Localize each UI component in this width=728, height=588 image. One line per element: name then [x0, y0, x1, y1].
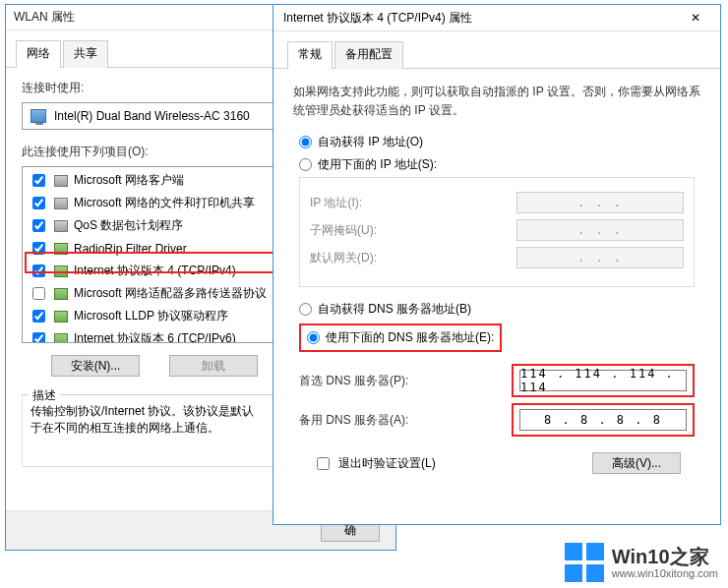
install-button[interactable]: 安装(N)... — [51, 355, 140, 377]
gateway-label: 默认网关(D): — [310, 250, 377, 266]
item-checkbox[interactable] — [32, 242, 45, 255]
advanced-button[interactable]: 高级(V)... — [592, 452, 681, 474]
ip-fields-frame: IP 地址(I):. . . 子网掩码(U):. . . 默认网关(D):. .… — [299, 177, 695, 287]
radio-ip-manual-row[interactable]: 使用下面的 IP 地址(S): — [299, 156, 695, 173]
ip-address-label: IP 地址(I): — [310, 195, 362, 211]
protocol-icon — [54, 288, 68, 300]
gateway-input: . . . — [516, 247, 684, 268]
tab-share[interactable]: 共享 — [63, 40, 108, 68]
ipv4-tabs: 常规 备用配置 — [273, 31, 720, 69]
item-label: Internet 协议版本 6 (TCP/IPv6) — [74, 330, 236, 343]
highlight-dns-manual: 使用下面的 DNS 服务器地址(E): — [299, 323, 502, 352]
dns2-label: 备用 DNS 服务器(A): — [299, 412, 408, 429]
item-checkbox[interactable] — [32, 197, 45, 209]
protocol-icon — [54, 265, 68, 277]
ipv4-titlebar[interactable]: Internet 协议版本 4 (TCP/IPv4) 属性 ✕ — [273, 5, 720, 31]
wlan-title: WLAN 属性 — [14, 9, 75, 26]
item-label: Microsoft LLDP 协议驱动程序 — [74, 308, 228, 324]
close-icon: ✕ — [691, 11, 700, 25]
radio-ip-auto-label: 自动获得 IP 地址(O) — [318, 134, 423, 150]
item-checkbox[interactable] — [32, 310, 45, 323]
radio-dns-auto-row[interactable]: 自动获得 DNS 服务器地址(B) — [299, 301, 695, 318]
protocol-icon — [54, 243, 68, 255]
adapter-name: Intel(R) Dual Band Wireless-AC 3160 — [54, 109, 250, 123]
radio-ip-auto-row[interactable]: 自动获得 IP 地址(O) — [299, 134, 695, 150]
watermark: Win10之家 www.win10xitong.com — [565, 543, 718, 582]
protocol-icon — [54, 175, 68, 187]
item-label: RadioRip Filter Driver — [74, 242, 187, 256]
protocol-icon — [54, 311, 68, 323]
dns-fields-frame: 首选 DNS 服务器(P): 114 . 114 . 114 . 114 备用 … — [299, 350, 695, 437]
dns1-input[interactable]: 114 . 114 . 114 . 114 — [519, 370, 687, 391]
item-label: QoS 数据包计划程序 — [74, 217, 183, 234]
radio-dns-auto[interactable] — [299, 303, 312, 316]
item-checkbox[interactable] — [32, 219, 45, 232]
uninstall-button: 卸载 — [169, 355, 258, 377]
tab-general[interactable]: 常规 — [287, 41, 333, 69]
protocol-icon — [54, 198, 68, 209]
validate-checkbox[interactable] — [317, 457, 330, 470]
windows-logo-icon — [565, 543, 604, 582]
adapter-icon — [30, 109, 46, 123]
ip-address-input: . . . — [516, 192, 684, 213]
radio-ip-manual[interactable] — [299, 158, 312, 171]
tab-network[interactable]: 网络 — [16, 40, 61, 68]
item-checkbox[interactable] — [32, 265, 45, 277]
radio-dns-manual-row[interactable]: 使用下面的 DNS 服务器地址(E): — [307, 329, 494, 346]
radio-dns-manual[interactable] — [307, 331, 320, 344]
highlight-dns1: 114 . 114 . 114 . 114 — [512, 364, 695, 397]
watermark-url: www.win10xitong.com — [612, 567, 718, 579]
protocol-icon — [54, 220, 68, 232]
validate-checkbox-row[interactable]: 退出时验证设置(L) — [313, 454, 436, 473]
item-label: Microsoft 网络的文件和打印机共享 — [74, 195, 255, 211]
subnet-mask-label: 子网掩码(U): — [310, 222, 377, 239]
item-checkbox[interactable] — [32, 332, 45, 343]
validate-label: 退出时验证设置(L) — [338, 455, 436, 472]
item-checkbox[interactable] — [32, 287, 45, 300]
radio-dns-auto-label: 自动获得 DNS 服务器地址(B) — [318, 301, 471, 318]
watermark-brand: Win10之家 — [612, 546, 718, 567]
ipv4-title: Internet 协议版本 4 (TCP/IPv4) 属性 — [283, 10, 472, 27]
dns2-input[interactable]: 8 . 8 . 8 . 8 — [519, 409, 687, 431]
subnet-mask-input: . . . — [516, 219, 684, 241]
ipv4-info-text: 如果网络支持此功能，则可以获取自动指派的 IP 设置。否则，你需要从网络系统管理… — [293, 83, 700, 120]
item-label: Microsoft 网络适配器多路传送器协议 — [74, 285, 267, 302]
item-checkbox[interactable] — [32, 174, 45, 187]
radio-ip-manual-label: 使用下面的 IP 地址(S): — [318, 156, 437, 173]
item-label: Microsoft 网络客户端 — [74, 172, 184, 189]
radio-ip-auto[interactable] — [299, 136, 312, 148]
protocol-icon — [54, 333, 68, 344]
item-label: Internet 协议版本 4 (TCP/IPv4) — [74, 263, 236, 279]
radio-dns-manual-label: 使用下面的 DNS 服务器地址(E): — [326, 329, 494, 346]
description-legend: 描述 — [29, 387, 60, 404]
dns1-label: 首选 DNS 服务器(P): — [299, 373, 408, 389]
highlight-dns2: 8 . 8 . 8 . 8 — [512, 403, 695, 437]
tab-alternate[interactable]: 备用配置 — [334, 41, 403, 69]
ipv4-properties-dialog: Internet 协议版本 4 (TCP/IPv4) 属性 ✕ 常规 备用配置 … — [273, 4, 721, 525]
close-button[interactable]: ✕ — [681, 8, 710, 28]
